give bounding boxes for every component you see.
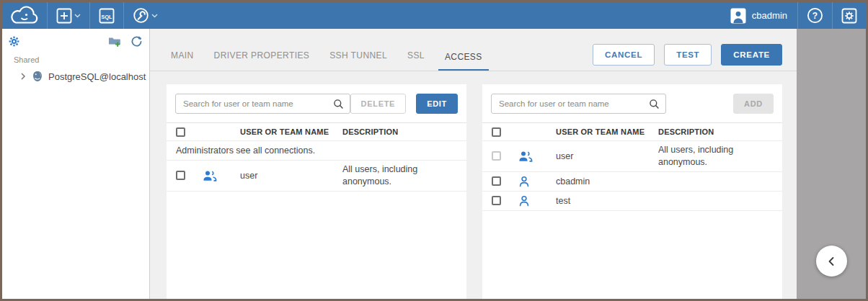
row-name: user — [556, 151, 658, 161]
main-area: MAIN DRIVER PROPERTIES SSH TUNNEL SSL AC… — [150, 29, 866, 299]
tab-access[interactable]: ACCESS — [438, 52, 489, 71]
access-panels: DELETE EDIT USER OR TEAM NAME DESCRIPTIO… — [167, 84, 782, 299]
info-row-text: Administrators see all connections. — [167, 145, 315, 156]
postgresql-icon — [32, 71, 43, 82]
dialog-header: MAIN DRIVER PROPERTIES SSH TUNNEL SSL AC… — [150, 29, 797, 71]
refresh-icon[interactable] — [130, 35, 142, 47]
tree-expand-chevron-icon[interactable] — [19, 73, 27, 80]
driver-tools-button[interactable] — [124, 2, 167, 29]
row-checkbox[interactable] — [492, 196, 501, 205]
row-name: cbadmin — [556, 176, 658, 187]
table-row[interactable]: cbadmin — [482, 172, 782, 192]
info-row: Administrators see all connections. — [167, 141, 466, 161]
name-column-header: USER OR TEAM NAME — [240, 127, 342, 136]
cancel-button[interactable]: CANCEL — [593, 44, 655, 66]
table-header-row: USER OR TEAM NAME DESCRIPTION — [167, 122, 466, 141]
svg-text:SQL: SQL — [102, 13, 112, 19]
help-icon: ? — [807, 7, 823, 24]
available-search-input[interactable] — [492, 99, 649, 108]
top-bar: SQL cbadmin ? — [2, 2, 866, 29]
sql-icon: SQL — [99, 8, 115, 24]
team-icon — [518, 150, 533, 162]
cloudbeaver-logo-icon[interactable] — [2, 2, 47, 29]
name-column-header: USER OR TEAM NAME — [556, 127, 658, 136]
user-icon — [518, 195, 530, 207]
help-button[interactable]: ? — [798, 2, 832, 29]
search-icon — [333, 99, 344, 109]
sidebar-toolbar — [2, 34, 149, 48]
table-row[interactable]: user All users, including anonymous. — [482, 141, 782, 172]
gear-icon — [841, 8, 857, 24]
table-row[interactable]: test — [482, 192, 782, 211]
search-icon — [649, 99, 660, 109]
plus-square-icon — [56, 8, 72, 24]
granted-panel-toolbar: DELETE EDIT — [167, 84, 466, 122]
user-avatar-icon — [730, 8, 746, 24]
row-checkbox[interactable] — [176, 171, 185, 180]
create-button[interactable]: CREATE — [721, 44, 782, 66]
row-description: All users, including anonymous. — [658, 141, 782, 171]
table-header-row: USER OR TEAM NAME DESCRIPTION — [482, 122, 782, 141]
tree-item-postgresql-connection[interactable]: PostgreSQL@localhost — [2, 66, 149, 86]
granted-access-panel: DELETE EDIT USER OR TEAM NAME DESCRIPTIO… — [167, 84, 466, 299]
svg-text:?: ? — [812, 11, 818, 21]
tab-ssl[interactable]: SSL — [401, 50, 431, 71]
row-description: All users, including anonymous. — [342, 161, 466, 191]
available-access-panel: ADD USER OR TEAM NAME DESCRIPTION — [482, 84, 782, 299]
row-checkbox-disabled — [492, 151, 501, 161]
row-description — [658, 179, 782, 184]
available-panel-toolbar: ADD — [482, 84, 782, 122]
username-label: cbadmin — [752, 10, 787, 21]
available-toolbar-actions: ADD — [733, 94, 774, 114]
sql-editor-button[interactable]: SQL — [90, 2, 123, 29]
sidebar-section-label: Shared — [2, 48, 149, 66]
edit-button[interactable]: EDIT — [416, 94, 458, 114]
row-description — [658, 198, 782, 204]
tab-main[interactable]: MAIN — [164, 50, 200, 71]
chevron-down-icon — [74, 14, 81, 18]
select-all-checkbox[interactable] — [176, 127, 185, 137]
table-row[interactable]: user All users, including anonymous. — [167, 161, 466, 192]
connection-dialog: MAIN DRIVER PROPERTIES SSH TUNNEL SSL AC… — [150, 29, 797, 299]
test-button[interactable]: TEST — [664, 44, 712, 66]
settings-gear-icon[interactable] — [9, 36, 19, 47]
settings-button[interactable] — [833, 2, 866, 29]
granted-search-input[interactable] — [176, 99, 333, 108]
description-column-header: DESCRIPTION — [342, 124, 466, 140]
granted-access-table: USER OR TEAM NAME DESCRIPTION Administra… — [167, 122, 466, 192]
tab-ssh-tunnel[interactable]: SSH TUNNEL — [323, 50, 394, 71]
user-icon — [518, 176, 530, 187]
navigation-sidebar: Shared PostgreSQL@localhost — [2, 29, 150, 299]
wrench-circle-icon — [133, 7, 149, 24]
dialog-actions: CANCEL TEST CREATE — [593, 44, 782, 66]
chevron-down-icon — [151, 14, 158, 18]
select-all-checkbox[interactable] — [492, 127, 501, 137]
tab-driver-properties[interactable]: DRIVER PROPERTIES — [208, 50, 316, 71]
new-folder-icon[interactable] — [108, 36, 121, 47]
add-button: ADD — [733, 94, 774, 114]
row-name: user — [240, 171, 342, 181]
available-search-box — [491, 94, 666, 114]
row-checkbox[interactable] — [492, 176, 501, 186]
dialog-tabs: MAIN DRIVER PROPERTIES SSH TUNNEL SSL AC… — [164, 29, 496, 71]
team-icon — [203, 170, 217, 181]
granted-search-box — [175, 94, 350, 114]
description-column-header: DESCRIPTION — [658, 124, 782, 140]
delete-button: DELETE — [350, 94, 407, 114]
granted-toolbar-actions: DELETE EDIT — [350, 94, 458, 114]
available-access-table: USER OR TEAM NAME DESCRIPTION — [482, 122, 782, 211]
tree-item-label: PostgreSQL@localhost — [48, 71, 146, 82]
row-name: test — [556, 196, 658, 206]
cloudbeaver-app-window: SQL cbadmin ? — [0, 0, 868, 301]
collapse-panel-button[interactable] — [816, 246, 847, 277]
new-connection-button[interactable] — [48, 2, 89, 29]
chevron-left-icon — [823, 253, 841, 270]
user-menu[interactable]: cbadmin — [720, 2, 797, 29]
app-body: Shared PostgreSQL@localhost — [2, 29, 866, 299]
